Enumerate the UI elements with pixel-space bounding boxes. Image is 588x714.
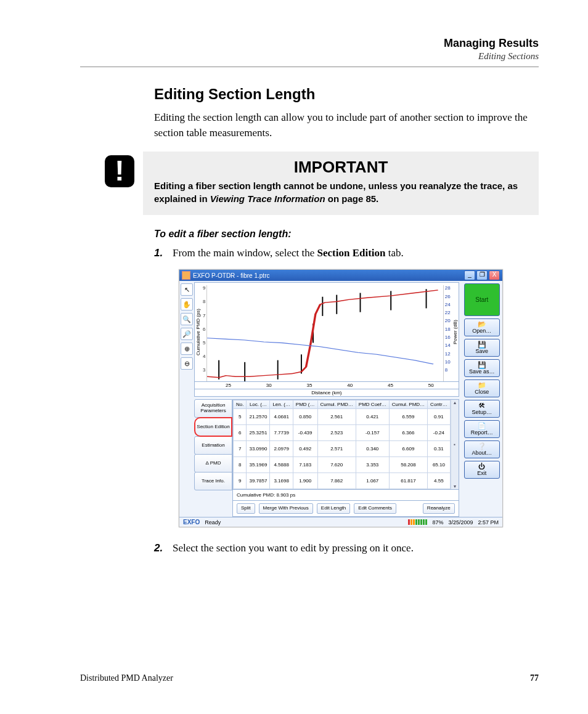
table-cell: 9	[234, 473, 247, 489]
maximize-button[interactable]: ❐	[476, 270, 488, 280]
table-cell: 4.55	[428, 473, 451, 489]
x-axis-ticks: 253035404550	[222, 382, 438, 389]
table-cell: 2.561	[317, 409, 356, 425]
table-row[interactable]: 835.19694.58887.1837.6203.35358.20865.10	[234, 457, 451, 473]
split-button[interactable]: Split	[237, 503, 255, 514]
table-cell: -0.157	[356, 425, 389, 441]
table-cell: -0.439	[293, 425, 317, 441]
table-cell: 5	[234, 409, 247, 425]
cumulative-pmd-label: Cumulative PMD: 8.903 ps	[237, 492, 295, 498]
table-cell: 1.900	[293, 473, 317, 489]
vertical-tabs: Acquisition Parameters Section Edition E…	[194, 399, 232, 490]
right-button-panel: Start 📂Open… 💾Save 💾Save as… 📁Close 🛠Set…	[462, 281, 502, 517]
y-axis-right-label: Power (dB)	[452, 283, 459, 381]
save-as-button[interactable]: 💾Save as…	[464, 359, 500, 377]
trace-chart[interactable]: Cumulative PMD (ps) 9876543	[194, 282, 459, 382]
step-number: 1.	[154, 247, 173, 259]
edit-length-button[interactable]: Edit Length	[317, 503, 350, 514]
table-cell: 2.0979	[270, 441, 293, 457]
table-cell: 65.10	[428, 457, 451, 473]
exit-button[interactable]: ⏻Exit	[464, 461, 500, 479]
save-as-icon: 💾	[478, 362, 486, 368]
start-button[interactable]: Start	[464, 283, 500, 316]
table-cell: 3.1698	[270, 473, 293, 489]
page-footer: Distributed PMD Analyzer 77	[80, 673, 539, 683]
minimize-button[interactable]: _	[464, 270, 475, 280]
table-cell: 0.340	[356, 441, 389, 457]
table-cell: 35.1969	[247, 457, 270, 473]
table-cell: 8	[234, 457, 247, 473]
status-ready: Ready	[205, 519, 221, 525]
table-header[interactable]: Cumul. PMD…	[389, 400, 427, 409]
save-button[interactable]: 💾Save	[464, 339, 500, 357]
open-button[interactable]: 📂Open…	[464, 318, 500, 336]
table-cell: 3.353	[356, 457, 389, 473]
zoom-area-tool-icon[interactable]: 🔎	[181, 328, 193, 340]
folder-icon: 📁	[478, 382, 486, 389]
status-bar: EXFO Ready 87% 3/25/2009 2:57 PM	[179, 517, 502, 527]
table-cell: 4.5888	[270, 457, 293, 473]
table-header[interactable]: No.	[234, 400, 247, 409]
table-cell: 0.91	[428, 409, 451, 425]
page-number: 77	[530, 673, 539, 683]
tab-estimation[interactable]: Estimation	[194, 436, 232, 455]
section-table[interactable]: No.Loc. (…Len. (…PMD (…Cumul. PMD…PMD Co…	[232, 399, 459, 490]
important-callout: IMPORTANT Editing a fiber section length…	[143, 152, 539, 215]
app-icon	[182, 271, 190, 280]
battery-icon	[408, 519, 427, 525]
important-body: Editing a fiber section length cannot be…	[154, 179, 528, 205]
tab-delta-pmd[interactable]: Δ PMD	[194, 454, 232, 473]
table-cell: 4.0681	[270, 409, 293, 425]
table-cell: 7.862	[317, 473, 356, 489]
setup-button[interactable]: 🛠Setup…	[464, 400, 500, 418]
table-header[interactable]: Len. (…	[270, 400, 293, 409]
merge-previous-button[interactable]: Merge With Previous	[259, 503, 313, 514]
tab-section-edition[interactable]: Section Edition	[194, 417, 232, 437]
running-head-title: Managing Results	[80, 37, 539, 50]
pointer-tool-icon[interactable]: ↖	[181, 283, 193, 296]
window-titlebar[interactable]: EXFO P-OTDR - fibre 1.ptrc _ ❐ X	[179, 270, 502, 281]
edit-comments-button[interactable]: Edit Comments	[354, 503, 396, 514]
pan-tool-icon[interactable]: ✋	[181, 298, 193, 310]
table-header[interactable]: PMD Coef…	[356, 400, 389, 409]
report-button[interactable]: 📄Report…	[464, 420, 500, 438]
table-cell: 0.492	[293, 441, 317, 457]
table-header[interactable]: Loc. (…	[247, 400, 270, 409]
alert-icon: !	[105, 155, 134, 187]
table-cell: 0.31	[428, 441, 451, 457]
zoom-out-icon[interactable]: ⊖	[181, 357, 193, 370]
close-button[interactable]: X	[489, 270, 500, 280]
table-cell: 2.523	[317, 425, 356, 441]
table-cell: 6.366	[389, 425, 427, 441]
scroll-up-icon[interactable]: ▴	[454, 400, 456, 405]
zoom-tool-icon[interactable]: 🔍	[181, 313, 193, 325]
table-header[interactable]: PMD (…	[293, 400, 317, 409]
tab-acquisition-parameters[interactable]: Acquisition Parameters	[194, 399, 232, 418]
tool-palette: ↖ ✋ 🔍 🔎 ⊕ ⊖	[179, 281, 194, 517]
table-cell: 2.571	[317, 441, 356, 457]
table-row[interactable]: 521.25704.06810.8502.5610.4216.5590.91	[234, 409, 451, 425]
table-header[interactable]: Cumul. PMD…	[317, 400, 356, 409]
y-axis-right-ticks: 282624222018161412108	[444, 283, 452, 381]
window-title: EXFO P-OTDR - fibre 1.ptrc	[193, 272, 464, 279]
table-cell: 25.3251	[247, 425, 270, 441]
step-2: 2. Select the section you want to edit b…	[154, 542, 539, 554]
table-scrollbar[interactable]: ▴ ▪ ▾	[451, 400, 459, 489]
status-date: 3/25/2009	[448, 519, 473, 525]
table-cell: 39.7857	[247, 473, 270, 489]
table-cell: 6.609	[389, 441, 427, 457]
procedure-heading: To edit a fiber section length:	[154, 229, 539, 240]
reanalyze-button[interactable]: Reanalyze	[423, 503, 455, 514]
table-row[interactable]: 939.78573.16981.9007.8621.06761.8174.55	[234, 473, 451, 489]
table-row[interactable]: 733.09902.09790.4922.5710.3406.6090.31	[234, 441, 451, 457]
table-cell: 7.620	[317, 457, 356, 473]
close-file-button[interactable]: 📁Close	[464, 379, 500, 397]
table-row[interactable]: 625.32517.7739-0.4392.523-0.1576.366-0.2…	[234, 425, 451, 441]
status-time: 2:57 PM	[478, 519, 499, 525]
zoom-in-icon[interactable]: ⊕	[181, 343, 193, 355]
tab-trace-info[interactable]: Trace Info.	[194, 472, 232, 490]
about-button[interactable]: ❔About…	[464, 440, 500, 458]
y-axis-left-ticks: 9876543	[202, 283, 206, 381]
table-header[interactable]: Contr…	[428, 400, 451, 409]
scroll-down-icon[interactable]: ▾	[454, 484, 456, 489]
